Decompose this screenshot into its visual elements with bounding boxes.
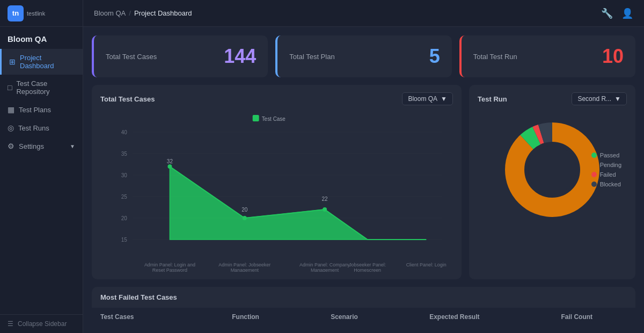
user-icon[interactable]: 👤 [621, 8, 633, 19]
summary-card-test-run: Total Test Run 10 [459, 35, 635, 77]
svg-point-34 [528, 146, 576, 194]
legend-passed: Passed [591, 152, 621, 158]
repository-icon: □ [8, 83, 12, 92]
failed-dot [591, 172, 597, 177]
breadcrumb-current: Project Dashboard [134, 9, 192, 17]
chevron-down-icon: ▼ [614, 95, 621, 103]
topbar: Bloom QA / Project Dashboard 🔧 👤 [83, 0, 644, 27]
col-scenario: Scenario [331, 313, 429, 321]
project-name: Bloom QA [0, 27, 83, 49]
dropdown-value: Bloom QA [408, 95, 437, 103]
collapse-label: Collapse Sidebar [18, 320, 67, 328]
col-test-cases: Test Cases [100, 313, 232, 321]
test-plans-icon: ▦ [8, 105, 14, 114]
donut-chart-header: Test Run Second R... ▼ [478, 92, 627, 105]
content-area: Total Test Cases 144 Total Test Plan 5 T… [83, 27, 644, 333]
svg-text:20: 20 [241, 207, 248, 213]
line-chart-header: Total Test Cases Bloom QA ▼ [100, 92, 453, 105]
sidebar-item-test-runs[interactable]: ◎ Test Runs [0, 119, 83, 137]
sidebar-item-settings[interactable]: ⚙ Settings ▼ [0, 137, 83, 155]
failed-section-title: Most Failed Test Cases [92, 287, 635, 308]
blocked-dot [591, 182, 597, 187]
sidebar: tn testlink Bloom QA ⊞ Project Dashboard… [0, 0, 83, 333]
col-expected-result: Expected Result [429, 313, 561, 321]
settings-icon: ⚙ [8, 142, 14, 150]
summary-card-test-plan: Total Test Plan 5 [275, 35, 451, 77]
legend-pending: Pending [591, 162, 621, 168]
svg-text:Homescreen: Homescreen [354, 267, 381, 272]
svg-text:Test Case: Test Case [262, 116, 286, 122]
topbar-icons: 🔧 👤 [601, 8, 633, 19]
total-test-plan-value: 5 [429, 45, 440, 68]
passed-dot [591, 153, 597, 158]
total-test-run-label: Total Test Run [473, 53, 517, 61]
sidebar-item-label: Test Plans [19, 106, 51, 114]
svg-text:Reset Password: Reset Password [152, 267, 187, 272]
dashboard-icon: ⊞ [9, 57, 16, 66]
wrench-icon[interactable]: 🔧 [601, 8, 613, 19]
svg-text:35: 35 [121, 151, 128, 157]
sidebar-item-label: Project Dashboard [20, 54, 75, 70]
svg-text:Jobseeker Panel:: Jobseeker Panel: [349, 262, 386, 267]
main-content: Bloom QA / Project Dashboard 🔧 👤 Total T… [83, 0, 644, 333]
logo-area: tn testlink [0, 0, 83, 27]
col-fail-count: Fail Count [561, 313, 627, 321]
sidebar-item-label: Test Case Repository [16, 79, 75, 96]
legend-blocked: Blocked [591, 181, 621, 187]
table-header: Test Cases Function Scenario Expected Re… [92, 308, 635, 324]
donut-chart-area: Passed Pending Failed Blocked [478, 111, 627, 229]
svg-text:15: 15 [121, 237, 128, 243]
svg-text:Admin Panel: Jobseeker: Admin Panel: Jobseeker [218, 262, 270, 267]
sidebar-item-label: Settings [19, 142, 44, 150]
app-logo: tn [8, 5, 24, 21]
summary-cards: Total Test Cases 144 Total Test Plan 5 T… [92, 35, 635, 77]
sidebar-item-project-dashboard[interactable]: ⊞ Project Dashboard [0, 49, 83, 75]
test-runs-icon: ◎ [8, 124, 14, 132]
svg-text:Management: Management [231, 267, 259, 272]
passed-label: Passed [600, 152, 620, 158]
line-chart-dropdown[interactable]: Bloom QA ▼ [402, 92, 453, 105]
sidebar-item-label: Test Runs [18, 124, 49, 132]
sidebar-item-test-plans[interactable]: ▦ Test Plans [0, 100, 83, 119]
blocked-label: Blocked [600, 181, 621, 187]
svg-text:Management: Management [311, 267, 339, 272]
chevron-down-icon: ▼ [441, 95, 447, 103]
app-name: testlink [27, 10, 45, 17]
total-test-plan-label: Total Test Plan [289, 53, 334, 61]
breadcrumb: Bloom QA / Project Dashboard [94, 9, 192, 17]
svg-text:20: 20 [121, 215, 128, 221]
svg-text:22: 22 [322, 196, 328, 202]
sidebar-item-test-case-repository[interactable]: □ Test Case Repository [0, 75, 83, 100]
failed-label: Failed [600, 171, 616, 178]
pending-label: Pending [600, 162, 621, 168]
collapse-icon: ☰ [8, 320, 13, 328]
total-test-cases-label: Total Test Cases [106, 53, 157, 61]
svg-text:Client Panel: Login: Client Panel: Login [406, 262, 447, 267]
breadcrumb-root[interactable]: Bloom QA [94, 9, 126, 17]
legend-failed: Failed [591, 171, 621, 178]
pending-dot [591, 162, 597, 168]
donut-chart-svg [499, 116, 606, 223]
charts-row: Total Test Cases Bloom QA ▼ Test Case [92, 85, 635, 279]
line-chart-card: Total Test Cases Bloom QA ▼ Test Case [92, 85, 462, 279]
svg-rect-0 [253, 115, 259, 121]
col-function: Function [232, 313, 331, 321]
failed-test-cases-section: Most Failed Test Cases Test Cases Functi… [92, 287, 635, 324]
svg-marker-26 [170, 166, 426, 240]
donut-legend: Passed Pending Failed Blocked [591, 152, 621, 187]
line-chart-svg: Test Case 40 35 30 25 20 [100, 111, 453, 272]
chevron-down-icon: ▼ [70, 143, 75, 149]
summary-card-test-cases: Total Test Cases 144 [92, 35, 268, 77]
svg-text:Admin Panel: Login and: Admin Panel: Login and [144, 262, 195, 267]
svg-point-29 [323, 207, 327, 212]
svg-text:30: 30 [121, 172, 128, 178]
donut-dropdown-value: Second R... [577, 95, 611, 103]
donut-chart-dropdown[interactable]: Second R... ▼ [572, 92, 627, 105]
collapse-sidebar-button[interactable]: ☰ Collapse Sidebar [0, 314, 83, 333]
svg-point-28 [243, 216, 247, 220]
donut-chart-title: Test Run [478, 95, 507, 103]
svg-text:Admin Panel: Company: Admin Panel: Company [299, 262, 350, 267]
breadcrumb-separator: / [129, 9, 131, 17]
total-test-run-value: 10 [602, 45, 624, 68]
svg-text:40: 40 [121, 129, 128, 135]
